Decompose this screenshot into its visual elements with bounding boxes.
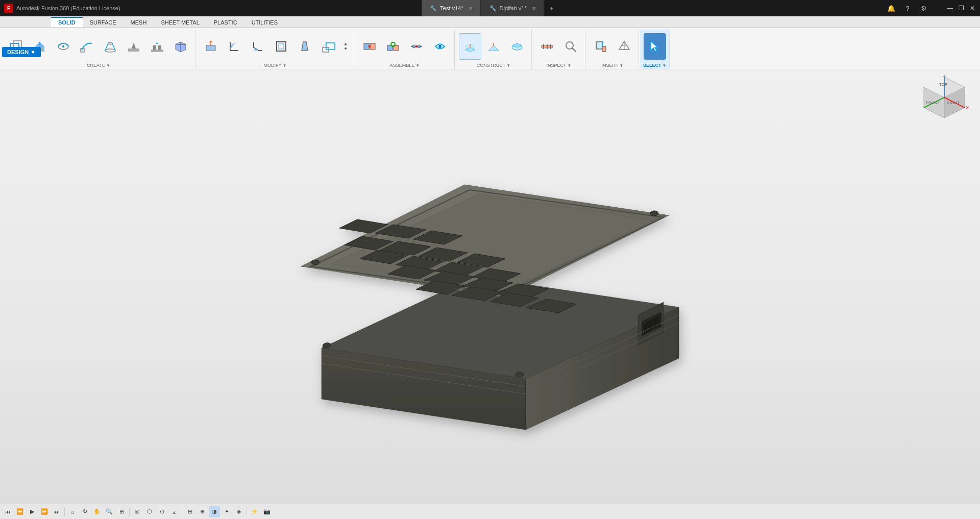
capture-image-btn[interactable]: 📷 [261, 506, 273, 517]
svg-rect-16 [151, 50, 163, 52]
tab-close-btn2[interactable]: ✕ [532, 6, 536, 11]
insert-mesh-btn[interactable] [613, 33, 635, 60]
sweep-btn[interactable] [76, 33, 98, 60]
create-label[interactable]: CREATE ▼ [87, 63, 110, 68]
inspect-buttons [536, 31, 582, 62]
ribbon-group-construct: CONSTRUCT ▼ [456, 30, 532, 69]
plane-at-angle-btn[interactable] [482, 33, 505, 60]
revolve-btn[interactable] [52, 33, 75, 60]
joint-btn[interactable] [358, 33, 381, 60]
environment-btn[interactable]: ◑ [209, 506, 220, 517]
tab-sheet-metal[interactable]: SHEET METAL [154, 17, 206, 27]
zoom-fit-btn[interactable]: ⊞ [116, 506, 127, 517]
design-chevron: ▼ [30, 49, 36, 55]
close-btn[interactable]: ✕ [969, 5, 976, 12]
box-btn[interactable] [169, 33, 192, 60]
svg-point-104 [516, 372, 524, 377]
perspective-btn[interactable]: ⟁ [168, 506, 180, 517]
loft-btn[interactable] [99, 33, 121, 60]
scale-btn[interactable] [317, 33, 339, 60]
construct-buttons [459, 31, 528, 62]
inspect-btn[interactable] [559, 33, 582, 60]
fillet-btn[interactable] [223, 33, 246, 60]
grid-btn[interactable]: ⊞ [184, 506, 195, 517]
fillet-icon [227, 39, 241, 54]
pan-btn[interactable]: ✋ [91, 506, 103, 517]
chamfer-icon [251, 39, 265, 54]
measure-btn[interactable] [536, 33, 558, 60]
tab-utilities[interactable]: UTILITIES [244, 17, 285, 27]
insert-chevron: ▼ [619, 63, 623, 68]
tab-plastic[interactable]: PLASTIC [207, 17, 244, 27]
sim-toolbar-btn[interactable]: ⚡ [249, 506, 260, 517]
new-tab-btn[interactable]: ＋ [545, 0, 558, 16]
offset-plane-btn[interactable] [459, 33, 481, 60]
play-btn[interactable]: ▶ [27, 506, 38, 517]
press-pull-btn[interactable] [200, 33, 222, 60]
restore-btn[interactable]: ❐ [958, 5, 965, 12]
chamfer-btn[interactable] [247, 33, 269, 60]
construct-label[interactable]: CONSTRUCT ▼ [477, 63, 510, 68]
minimize-btn[interactable]: — [946, 5, 953, 12]
assemble-label[interactable]: ASSEMBLE ▼ [390, 63, 420, 68]
insert-derive-btn[interactable] [590, 33, 612, 60]
orbit-btn[interactable]: ↻ [79, 506, 90, 517]
prev-frame-btn[interactable]: ⏪ [14, 506, 26, 517]
modify-label[interactable]: MODIFY ▼ [264, 63, 287, 68]
design-mode-btn[interactable]: DESIGN ▼ [2, 47, 41, 57]
first-frame-btn[interactable]: ⏮ [2, 506, 13, 517]
rib-btn[interactable] [122, 33, 145, 60]
joints-btn[interactable] [405, 33, 428, 60]
next-frame-btn[interactable]: ⏩ [39, 506, 50, 517]
insert-derive-icon [594, 39, 608, 54]
tab-solid[interactable]: SOLID [51, 17, 83, 27]
svg-rect-28 [279, 44, 284, 49]
svg-point-94 [650, 211, 658, 216]
last-frame-btn[interactable]: ⏭ [51, 506, 62, 517]
shell-btn[interactable] [270, 33, 292, 60]
motion-link-btn[interactable] [429, 33, 451, 60]
modify-more-icon [338, 39, 353, 54]
select-icon [648, 39, 662, 54]
select-label[interactable]: SELECT ▼ [643, 63, 666, 68]
3d-model [260, 113, 720, 460]
tab-mesh[interactable]: MESH [124, 17, 154, 27]
object-colors-btn[interactable]: ◈ [233, 506, 244, 517]
effects-btn[interactable]: ✦ [221, 506, 232, 517]
svg-text:X: X [966, 105, 969, 110]
viewcube-btn[interactable]: ⬡ [144, 506, 155, 517]
inspect-label[interactable]: INSPECT ▼ [547, 63, 572, 68]
svg-rect-35 [364, 43, 369, 50]
view-cube[interactable]: Z X TOP FRONT RIGHT [919, 75, 970, 126]
box-icon [174, 39, 188, 54]
tab-surface[interactable]: SURFACE [83, 17, 124, 27]
ribbon-group-modify: MODIFY ▼ [197, 30, 354, 69]
tangent-plane-icon [510, 39, 524, 54]
home-view-btn[interactable]: ⌂ [67, 506, 78, 517]
draft-btn[interactable] [293, 33, 316, 60]
select-btn[interactable] [644, 33, 666, 60]
web-btn[interactable] [146, 33, 168, 60]
modify-more-btn[interactable] [340, 33, 351, 60]
snap-btn[interactable]: ⊕ [197, 506, 208, 517]
select-buttons [644, 31, 666, 62]
bottom-bar: ⏮ ⏪ ▶ ⏩ ⏭ ⌂ ↻ ✋ 🔍 ⊞ ◎ ⬡ ⊙ ⟁ ⊞ ⊕ ◑ ✦ ◈ ⚡ … [0, 504, 980, 519]
ribbon-group-select: SELECT ▼ [640, 30, 670, 69]
zoom-btn[interactable]: 🔍 [104, 506, 115, 517]
tab-digifab[interactable]: 🔧 Digifab v1* ✕ [481, 0, 545, 16]
insert-mesh-icon [617, 39, 631, 54]
help-btn[interactable]: ? [901, 2, 914, 14]
ribbon: CREATE ▼ [0, 28, 980, 69]
settings-btn[interactable]: ⚙ [918, 2, 930, 14]
app-title: Autodesk Fusion 360 (Education License) [16, 5, 120, 11]
plane-at-angle-icon [486, 39, 501, 54]
tangent-plane-btn[interactable] [506, 33, 528, 60]
viewport[interactable]: Z X TOP FRONT RIGHT [0, 69, 980, 504]
display-settings-btn[interactable]: ⊙ [156, 506, 167, 517]
tab-close-btn[interactable]: ✕ [469, 6, 473, 11]
insert-label[interactable]: INSERT ▼ [602, 63, 624, 68]
notifications-btn[interactable]: 🔔 [885, 2, 897, 14]
look-at-btn[interactable]: ◎ [132, 506, 143, 517]
tab-test[interactable]: 🔧 Test v14* ✕ [422, 0, 481, 16]
as-built-joint-btn[interactable] [382, 33, 404, 60]
